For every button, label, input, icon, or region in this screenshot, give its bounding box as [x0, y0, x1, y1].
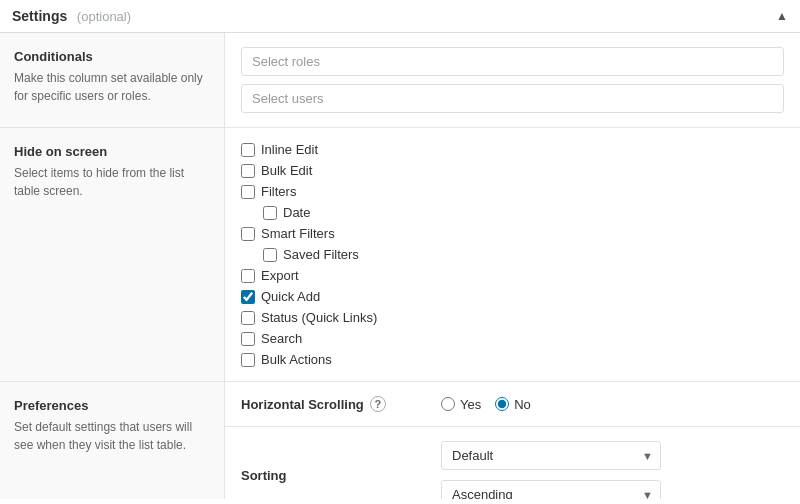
no-radio[interactable]: [495, 397, 509, 411]
checkbox-saved-filters[interactable]: [263, 248, 277, 262]
checkbox-label-date: Date: [283, 205, 310, 220]
checkbox-quick-add[interactable]: [241, 290, 255, 304]
checkbox-item-quick-add[interactable]: Quick Add: [241, 289, 784, 304]
sorting-order-wrapper: Ascending Descending ▼: [441, 480, 661, 499]
checkbox-item-saved-filters[interactable]: Saved Filters: [241, 247, 784, 262]
checkbox-bulk-edit[interactable]: [241, 164, 255, 178]
sorting-default-select[interactable]: Default Title Date Author: [441, 441, 661, 470]
horizontal-scrolling-control: Yes No: [441, 397, 784, 412]
checkbox-filters[interactable]: [241, 185, 255, 199]
preferences-desc: Set default settings that users will see…: [14, 418, 210, 454]
sorting-label: Sorting: [241, 468, 287, 483]
hide-on-screen-section: Hide on screen Select items to hide from…: [0, 128, 800, 382]
checkbox-label-search: Search: [261, 331, 302, 346]
checkbox-list: Inline EditBulk EditFiltersDateSmart Fil…: [241, 142, 784, 367]
checkbox-bulk-actions[interactable]: [241, 353, 255, 367]
sorting-row: Sorting Default Title Date Author ▼: [225, 427, 800, 499]
sorting-control: Default Title Date Author ▼ Ascending De…: [441, 441, 784, 499]
horizontal-scrolling-radio-group: Yes No: [441, 397, 531, 412]
yes-radio[interactable]: [441, 397, 455, 411]
checkbox-item-date[interactable]: Date: [241, 205, 784, 220]
no-radio-item[interactable]: No: [495, 397, 531, 412]
checkbox-label-filters: Filters: [261, 184, 296, 199]
checkbox-label-status-quick-links: Status (Quick Links): [261, 310, 377, 325]
conditionals-desc: Make this column set available only for …: [14, 69, 210, 105]
checkbox-label-export: Export: [261, 268, 299, 283]
checkbox-item-inline-edit[interactable]: Inline Edit: [241, 142, 784, 157]
checkbox-item-bulk-actions[interactable]: Bulk Actions: [241, 352, 784, 367]
checkbox-item-status-quick-links[interactable]: Status (Quick Links): [241, 310, 784, 325]
checkbox-date[interactable]: [263, 206, 277, 220]
checkbox-item-search[interactable]: Search: [241, 331, 784, 346]
horizontal-scrolling-label-area: Horizontal Scrolling ?: [241, 396, 441, 412]
horizontal-scrolling-row: Horizontal Scrolling ? Yes No: [225, 382, 800, 427]
collapse-icon[interactable]: ▲: [776, 9, 788, 23]
checkbox-label-bulk-edit: Bulk Edit: [261, 163, 312, 178]
settings-body: Conditionals Make this column set availa…: [0, 33, 800, 499]
conditionals-label-area: Conditionals Make this column set availa…: [0, 33, 225, 127]
checkbox-item-smart-filters[interactable]: Smart Filters: [241, 226, 784, 241]
checkbox-export[interactable]: [241, 269, 255, 283]
checkbox-label-quick-add: Quick Add: [261, 289, 320, 304]
checkbox-smart-filters[interactable]: [241, 227, 255, 241]
hide-on-screen-title: Hide on screen: [14, 144, 210, 159]
no-radio-label: No: [514, 397, 531, 412]
checkbox-search[interactable]: [241, 332, 255, 346]
hide-on-screen-desc: Select items to hide from the list table…: [14, 164, 210, 200]
conditionals-content: Select roles Select users: [225, 33, 800, 127]
yes-radio-label: Yes: [460, 397, 481, 412]
conditionals-title: Conditionals: [14, 49, 210, 64]
checkbox-label-bulk-actions: Bulk Actions: [261, 352, 332, 367]
checkbox-status-quick-links[interactable]: [241, 311, 255, 325]
settings-header: Settings (optional) ▲: [0, 0, 800, 33]
preferences-section: Preferences Set default settings that us…: [0, 382, 800, 499]
checkbox-label-smart-filters: Smart Filters: [261, 226, 335, 241]
checkbox-label-saved-filters: Saved Filters: [283, 247, 359, 262]
settings-optional-label: (optional): [77, 9, 131, 24]
checkbox-item-export[interactable]: Export: [241, 268, 784, 283]
select-roles[interactable]: Select roles: [241, 47, 784, 76]
settings-title: Settings: [12, 8, 67, 24]
checkbox-inline-edit[interactable]: [241, 143, 255, 157]
yes-radio-item[interactable]: Yes: [441, 397, 481, 412]
hide-on-screen-content: Inline EditBulk EditFiltersDateSmart Fil…: [225, 128, 800, 381]
horizontal-scrolling-label: Horizontal Scrolling: [241, 397, 364, 412]
conditionals-section: Conditionals Make this column set availa…: [0, 33, 800, 128]
sorting-default-wrapper: Default Title Date Author ▼: [441, 441, 661, 470]
checkbox-label-inline-edit: Inline Edit: [261, 142, 318, 157]
horizontal-scrolling-help-icon[interactable]: ?: [370, 396, 386, 412]
sorting-order-select[interactable]: Ascending Descending: [441, 480, 661, 499]
checkbox-item-bulk-edit[interactable]: Bulk Edit: [241, 163, 784, 178]
checkbox-item-filters[interactable]: Filters: [241, 184, 784, 199]
preferences-label-area: Preferences Set default settings that us…: [0, 382, 225, 499]
preferences-title: Preferences: [14, 398, 210, 413]
preferences-content: Horizontal Scrolling ? Yes No: [225, 382, 800, 499]
settings-title-area: Settings (optional): [12, 8, 131, 24]
select-users[interactable]: Select users: [241, 84, 784, 113]
hide-on-screen-label-area: Hide on screen Select items to hide from…: [0, 128, 225, 381]
sorting-label-area: Sorting: [241, 468, 441, 483]
